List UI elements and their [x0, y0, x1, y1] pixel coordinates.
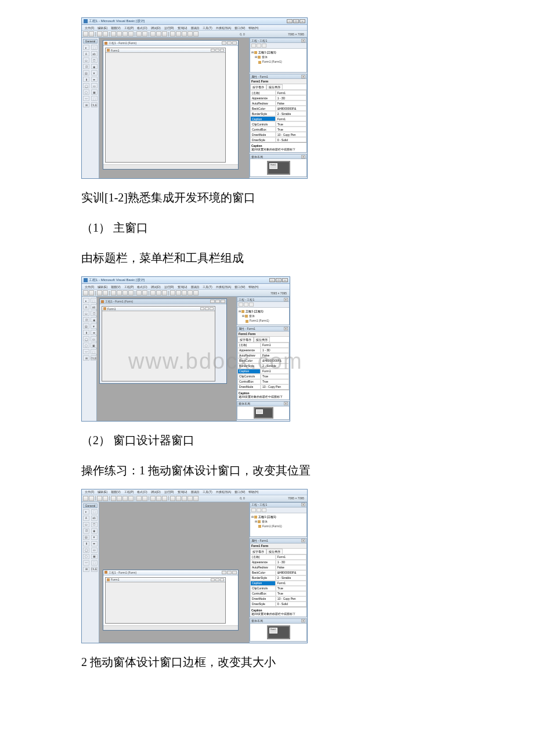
tool-vscroll-icon[interactable]: ⬌ — [91, 330, 97, 335]
tab-alphabetic[interactable]: 按字母序 — [250, 549, 266, 554]
toolbar-open-icon[interactable] — [97, 496, 102, 501]
toolbar-undo-icon[interactable] — [136, 496, 142, 501]
tool-shape-icon[interactable]: 〰 — [83, 96, 89, 101]
prop-name[interactable]: BackColor — [250, 570, 276, 575]
tab-alphabetic[interactable]: 按字母序 — [250, 84, 266, 89]
tool-filelist-icon[interactable]: ▣ — [91, 343, 97, 348]
menu-run[interactable]: 运行(R) — [163, 490, 176, 494]
tab-categorized[interactable]: 按分类序 — [266, 84, 283, 89]
toolbar-layout-icon[interactable] — [182, 290, 187, 296]
toolbar-addform-icon[interactable] — [89, 31, 94, 37]
props-selected-object[interactable]: Form1 Form — [250, 79, 306, 84]
tool-listbox-icon[interactable]: ▼ — [91, 323, 97, 329]
toolbar-projexp-icon[interactable] — [170, 31, 175, 37]
tool-commandbutton-icon[interactable]: ☐ — [91, 522, 98, 527]
tool-dirlist-icon[interactable]: ▢ — [83, 343, 89, 348]
form-min-icon[interactable] — [211, 578, 215, 581]
form-close-icon[interactable] — [220, 49, 224, 52]
menu-window[interactable]: 窗口(W) — [233, 490, 247, 494]
tree-root[interactable]: ⊟ 工程1 (工程1) — [239, 309, 288, 314]
tool-listbox-icon[interactable]: ▼ — [91, 535, 98, 540]
prop-name-selected[interactable]: Caption — [250, 116, 276, 121]
prop-name[interactable]: DrawMode — [250, 596, 276, 602]
minimize-icon[interactable]: − — [269, 278, 275, 282]
toolbar-objbrowse-icon[interactable] — [187, 290, 193, 296]
tool-hscroll-icon[interactable]: ⬍ — [83, 541, 89, 546]
tool-image-icon[interactable]: ⊞ — [83, 355, 89, 361]
prop-name[interactable]: (名称) — [250, 90, 276, 95]
prop-value[interactable]: 2 - Sizable — [276, 111, 306, 116]
tool-line-icon[interactable]: ⬚ — [91, 96, 98, 101]
toolbar-open-icon[interactable] — [97, 31, 102, 37]
prop-value[interactable]: True — [276, 586, 306, 591]
tool-picturebox-icon[interactable]: ⬚ — [91, 298, 97, 303]
prop-name[interactable]: DrawStyle — [250, 602, 276, 607]
prop-name[interactable]: AutoRedraw — [250, 565, 276, 570]
toolbar-redo-icon[interactable] — [142, 31, 147, 37]
props-selected-object[interactable]: Form1 Form — [237, 332, 289, 337]
view-code-icon[interactable] — [251, 44, 256, 48]
toolbar-addform-icon[interactable] — [89, 290, 94, 296]
toolbar-end-icon[interactable] — [162, 31, 167, 37]
toolbar-props-icon[interactable] — [176, 496, 181, 501]
tool-drivelist-icon[interactable]: ▭ — [91, 336, 97, 341]
tool-data-icon[interactable]: OLE — [91, 567, 98, 572]
tool-checkbox-icon[interactable]: ☑ — [83, 317, 89, 322]
tool-commandbutton-icon[interactable]: ☐ — [91, 311, 97, 316]
view-object-icon[interactable] — [257, 508, 261, 512]
designer-min-icon[interactable] — [222, 41, 226, 45]
toolbar-save-icon[interactable] — [103, 496, 108, 501]
toolbar-copy-icon[interactable] — [117, 496, 122, 501]
view-object-icon[interactable] — [244, 303, 248, 307]
prop-value[interactable]: 13 - Copy Pen — [276, 132, 306, 137]
prop-value[interactable]: 1 - 3D — [276, 95, 306, 100]
prop-value[interactable]: Form1 — [261, 369, 289, 374]
designer-min-icon[interactable] — [222, 571, 226, 574]
tool-hscroll-icon[interactable]: ⬍ — [83, 330, 89, 335]
menu-help[interactable]: 帮助(H) — [247, 490, 260, 494]
toolbar-props-icon[interactable] — [176, 31, 181, 37]
toolbar-toolbox-icon[interactable] — [193, 31, 199, 37]
tree-root[interactable]: ⊟ 工程1 (工程1) — [251, 514, 305, 519]
tool-filelist-icon[interactable]: ▣ — [91, 554, 98, 559]
form-min-icon[interactable] — [211, 49, 215, 52]
tool-textbox-icon[interactable]: ab — [91, 51, 98, 56]
prop-value[interactable]: False — [276, 565, 306, 570]
tree-root[interactable]: ⊟ 工程1 (工程1) — [251, 50, 305, 55]
tool-frame-icon[interactable]: ▭ — [83, 522, 89, 527]
menu-run[interactable]: 运行(R) — [163, 26, 176, 30]
form-min-icon[interactable] — [200, 307, 204, 310]
view-object-icon[interactable] — [257, 44, 261, 48]
prop-value[interactable]: True — [276, 127, 306, 132]
toolbar-break-icon[interactable] — [156, 290, 161, 296]
designer-close-icon[interactable] — [232, 41, 237, 45]
prop-value[interactable]: 0 - Solid — [276, 602, 306, 607]
tool-timer-icon[interactable]: ◯ — [83, 336, 89, 341]
menu-format[interactable]: 格式(O) — [135, 490, 149, 494]
menu-help[interactable]: 帮助(H) — [247, 285, 260, 289]
prop-value[interactable]: &H8000000F& — [276, 106, 306, 111]
prop-value[interactable]: True — [276, 591, 306, 596]
prop-name[interactable]: DrawStyle — [250, 137, 276, 142]
form-max-icon[interactable] — [205, 307, 209, 310]
prop-name[interactable]: ControlBox — [250, 591, 276, 596]
prop-name[interactable]: BackColor — [237, 358, 261, 363]
form-design-surface[interactable] — [106, 53, 225, 162]
prop-name[interactable]: ClipControls — [237, 374, 261, 379]
designer-window[interactable]: 工程1 - Form1 (Form) Form1 — [103, 40, 239, 170]
props-close-icon[interactable]: × — [301, 75, 305, 78]
form-window[interactable]: Form1 — [105, 48, 226, 163]
tool-timer-icon[interactable]: ◯ — [83, 83, 89, 88]
menu-window[interactable]: 窗口(W) — [233, 285, 247, 289]
prop-value[interactable]: False — [261, 353, 289, 358]
menu-format[interactable]: 格式(O) — [135, 285, 149, 289]
designer-scroll[interactable] — [103, 625, 238, 630]
toolbar-break-icon[interactable] — [156, 31, 161, 37]
prop-name[interactable]: BackColor — [250, 106, 276, 111]
minimize-icon[interactable]: − — [287, 19, 293, 23]
designer-close-icon[interactable] — [221, 300, 225, 303]
menu-debug[interactable]: 调试(D) — [149, 26, 163, 30]
toolbar-props-icon[interactable] — [176, 290, 181, 296]
prop-value[interactable]: 13 - Copy Pen — [261, 384, 289, 390]
toolbar-save-icon[interactable] — [103, 31, 108, 37]
